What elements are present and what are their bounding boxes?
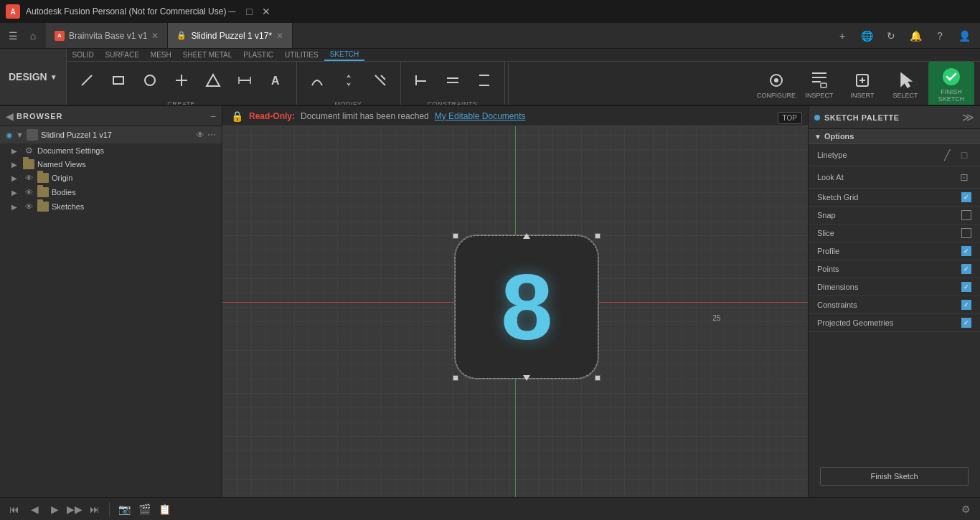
- browser-item-bodies[interactable]: ▶ 👁 Bodies: [0, 185, 222, 199]
- palette-options-header[interactable]: ▼ Options: [809, 129, 980, 144]
- palette-row-slice: Slice: [809, 224, 980, 242]
- browser-collapse-button[interactable]: ◀: [6, 110, 14, 122]
- triangle-tool[interactable]: [197, 63, 229, 98]
- root-options-icon[interactable]: ⋯: [207, 130, 216, 140]
- points-checkbox[interactable]: [961, 264, 971, 274]
- help-icon[interactable]: ?: [930, 26, 950, 46]
- move-tool[interactable]: [333, 63, 364, 98]
- bell-icon[interactable]: 🔔: [905, 26, 925, 46]
- tab-brainvita-icon: A: [55, 31, 65, 41]
- tab-brainvita-close[interactable]: ✕: [151, 31, 159, 41]
- browser-item-document-settings[interactable]: ▶ ⚙ Document Settings: [0, 143, 222, 158]
- tab-utilities[interactable]: UTILITIES: [279, 49, 324, 61]
- slice-checkbox[interactable]: [961, 228, 971, 238]
- home-icon[interactable]: ⌂: [23, 26, 43, 46]
- clipboard-icon[interactable]: 📋: [156, 501, 173, 518]
- design-dropdown-icon: ▼: [50, 73, 57, 81]
- expand-arrow-icon: ▶: [11, 203, 22, 211]
- profile-checkbox[interactable]: [961, 246, 971, 256]
- browser-item-named-views[interactable]: ▶ Named Views: [0, 158, 222, 171]
- minimize-button[interactable]: ─: [226, 6, 237, 17]
- selection-handle-tl[interactable]: [453, 233, 458, 239]
- line-tool[interactable]: [71, 63, 103, 98]
- tab-brainvita[interactable]: A Brainvita Base v1 v1 ✕: [46, 23, 168, 48]
- trim-tool[interactable]: [364, 63, 396, 98]
- viewport[interactable]: 🔒 Read-Only: Document limit has been rea…: [222, 106, 808, 497]
- maximize-button[interactable]: □: [243, 6, 255, 17]
- snap-checkbox[interactable]: [961, 210, 971, 220]
- tab-plastic[interactable]: PLASTIC: [237, 49, 279, 61]
- selection-handle-bl[interactable]: [453, 375, 458, 381]
- tab-slidind[interactable]: 🔒 Slidind Puzzel 1 v17* ✕: [168, 23, 293, 48]
- rectangle-tool[interactable]: [103, 63, 134, 98]
- cross-tool[interactable]: [166, 63, 197, 98]
- slice-label: Slice: [817, 229, 961, 237]
- configure-button[interactable]: CONFIGURE: [756, 62, 796, 105]
- tab-mesh[interactable]: MESH: [145, 49, 177, 61]
- constraint-parallel-tool[interactable]: [437, 63, 468, 98]
- palette-row-linetype: Linetype ╱ □: [809, 144, 980, 166]
- inspect-button[interactable]: INSPECT: [799, 62, 839, 105]
- user-icon[interactable]: 👤: [954, 26, 974, 46]
- play-button[interactable]: ▶: [46, 501, 63, 518]
- linetype-icon2[interactable]: □: [957, 148, 971, 162]
- globe-icon[interactable]: 🌐: [857, 26, 877, 46]
- constraints-checkbox[interactable]: [961, 300, 971, 310]
- insert-button[interactable]: INSERT: [842, 62, 882, 105]
- editable-documents-link[interactable]: My Editable Documents: [435, 111, 526, 121]
- lookat-label: Look At: [817, 173, 957, 181]
- animation-icon[interactable]: 🎬: [136, 501, 153, 518]
- tab-sketch[interactable]: SKETCH: [324, 49, 365, 61]
- constraint-tool2[interactable]: [468, 63, 500, 98]
- projected-geometries-checkbox[interactable]: [961, 318, 971, 328]
- tab-sheet-metal[interactable]: SHEET METAL: [177, 49, 238, 61]
- svg-text:A: A: [271, 75, 280, 87]
- sync-icon[interactable]: ↻: [881, 26, 901, 46]
- browser-root-label: Slidind Puzzel 1 v17: [41, 131, 112, 139]
- add-tab-button[interactable]: +: [832, 26, 852, 46]
- select-button[interactable]: SELECT: [885, 62, 925, 105]
- canvas-rounded-rect: 8: [455, 235, 598, 379]
- step-back-button[interactable]: ◀: [26, 501, 43, 518]
- palette-expand-button[interactable]: ≫: [962, 110, 974, 124]
- browser-header: ◀ BROWSER −: [0, 106, 222, 126]
- app-title: Autodesk Fusion Personal (Not for Commer…: [26, 6, 226, 16]
- linetype-icon1[interactable]: ╱: [940, 148, 954, 162]
- arc-tool[interactable]: [301, 63, 333, 98]
- browser-item-sketches[interactable]: ▶ 👁 Sketches: [0, 199, 222, 214]
- palette-row-sketch-grid: Sketch Grid: [809, 189, 980, 207]
- canvas-number: 8: [501, 260, 552, 354]
- circle-tool[interactable]: [134, 63, 166, 98]
- sketch-grid-checkbox[interactable]: [961, 192, 971, 202]
- play-to-end-button[interactable]: ⏭: [86, 501, 103, 518]
- finish-sketch-button[interactable]: FINISH SKETCH: [928, 62, 974, 105]
- constraint-perp-tool[interactable]: [405, 63, 437, 98]
- text-tool[interactable]: A: [260, 63, 292, 98]
- selection-handle-tr[interactable]: [595, 233, 600, 239]
- browser-item-label: Named Views: [37, 160, 86, 169]
- browser-item-origin[interactable]: ▶ 👁 Origin: [0, 171, 222, 185]
- dimension-tool[interactable]: [229, 63, 260, 98]
- design-button[interactable]: DESIGN ▼: [0, 49, 67, 105]
- browser-root-item[interactable]: ◉ ▼ Slidind Puzzel 1 v17 👁 ⋯: [0, 126, 222, 143]
- dimensions-checkbox[interactable]: [961, 282, 971, 292]
- tab-slidind-close[interactable]: ✕: [276, 31, 283, 41]
- selection-handle-br[interactable]: [595, 375, 600, 381]
- close-button[interactable]: ✕: [260, 6, 272, 17]
- step-forward-button[interactable]: ▶▶: [66, 501, 83, 518]
- camera-icon[interactable]: 📷: [116, 501, 133, 518]
- root-visibility-icon[interactable]: 👁: [196, 130, 204, 140]
- selection-handle-bm[interactable]: [523, 375, 530, 381]
- settings-icon[interactable]: ⚙: [957, 501, 974, 518]
- palette-finish-sketch-button[interactable]: Finish Sketch: [820, 467, 969, 486]
- menu-icon[interactable]: ☰: [3, 26, 23, 46]
- tab-surface[interactable]: SURFACE: [100, 49, 145, 61]
- visibility-toggle[interactable]: ◉: [6, 131, 13, 140]
- play-to-start-button[interactable]: ⏮: [6, 501, 23, 518]
- folder-icon: [37, 173, 49, 183]
- bottom-toolbar: ⏮ ◀ ▶ ▶▶ ⏭ 📷 🎬 📋 ⚙: [0, 497, 980, 520]
- lookat-icon[interactable]: ⊡: [957, 170, 971, 184]
- tab-solid[interactable]: SOLID: [67, 49, 100, 61]
- browser-pin-button[interactable]: −: [210, 110, 216, 122]
- selection-handle-tm[interactable]: [523, 233, 530, 239]
